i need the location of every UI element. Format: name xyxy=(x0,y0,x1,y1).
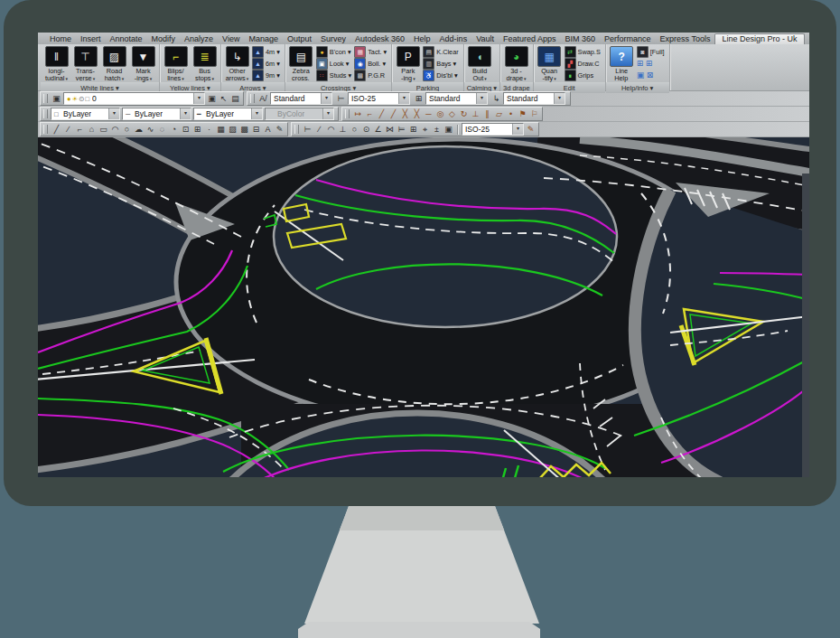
toolbar-grip[interactable] xyxy=(43,109,48,118)
combo-dropdown-arrow[interactable]: ▾ xyxy=(512,124,523,135)
layer-tool-icon[interactable]: ▤ xyxy=(229,93,241,104)
ribbon-small-button[interactable]: ▩ P.G.R xyxy=(354,70,388,80)
modify-tool-icon[interactable]: ◇ xyxy=(446,108,458,119)
dimension-tool-icon[interactable]: ⌖ xyxy=(419,124,431,135)
modify-tool-icon[interactable]: ⚑ xyxy=(517,108,528,119)
menu-tab[interactable]: Help xyxy=(409,33,435,44)
modify-tool-icon[interactable]: ▱ xyxy=(493,108,505,119)
draw-tool-icon[interactable]: ⊞ xyxy=(191,124,203,135)
ribbon-big-button[interactable]: ? Line Help xyxy=(609,46,635,82)
menu-tab[interactable]: BIM 360 xyxy=(561,33,601,44)
draw-tool-icon[interactable]: ▩ xyxy=(238,124,250,135)
layer-properties-icon[interactable]: ▣ xyxy=(51,93,62,104)
menu-tab[interactable]: Analyze xyxy=(180,33,218,44)
ribbon-small-button[interactable]: ▲ 4m ▾ xyxy=(252,46,282,57)
menu-tab[interactable]: View xyxy=(218,33,244,44)
dimension-tool-icon[interactable]: ⋈ xyxy=(384,124,396,135)
dimension-tool-icon[interactable]: ○ xyxy=(349,124,360,135)
dimension-tool-icon[interactable]: ⊨ xyxy=(396,124,407,135)
ribbon-small-button[interactable]: ▞ Draw.C xyxy=(565,58,602,69)
dimension-tool-icon[interactable]: ⊥ xyxy=(337,124,349,135)
toolbar-grip[interactable] xyxy=(43,94,48,103)
dimension-style-combo[interactable]: ISO-25 ▾ xyxy=(462,123,524,136)
combo-dropdown-arrow[interactable]: ▾ xyxy=(554,93,565,104)
ribbon-small-button[interactable]: ● B'con ▾ xyxy=(316,46,353,57)
ribbon-small-button[interactable]: ▥ Bays ▾ xyxy=(423,58,460,69)
ribbon-big-button[interactable]: ⊤ Trans- verse▾ xyxy=(72,46,98,82)
combo-dropdown-arrow[interactable]: ▾ xyxy=(398,93,409,104)
style-control[interactable]: ⊞ Standard ▾ xyxy=(413,92,488,105)
ribbon-small-button[interactable]: ▣ Look ▾ xyxy=(316,58,353,69)
property-combo[interactable]: ByColor ▾ xyxy=(265,108,334,120)
ribbon-small-button[interactable]: ◉ Boll. ▾ xyxy=(354,58,388,69)
toolbar-grip[interactable] xyxy=(43,125,48,134)
property-combo[interactable]: □ ByLayer ▾ xyxy=(51,108,120,120)
ribbon-big-button[interactable]: ▨ Road hatch▾ xyxy=(101,46,127,82)
draw-tool-icon[interactable]: ⌐ xyxy=(74,124,86,135)
ribbon-small-button[interactable]: ⇄ Swap.S xyxy=(565,46,602,57)
menu-tab[interactable]: Insert xyxy=(76,33,106,44)
menu-tab[interactable]: Autodesk 360 xyxy=(350,33,409,44)
ribbon-big-button[interactable]: P Park -ing▾ xyxy=(395,46,421,82)
modify-tool-icon[interactable]: • xyxy=(505,108,517,119)
dimension-tool-icon[interactable]: ⊞ xyxy=(407,124,419,135)
dimension-tool-icon[interactable]: ∕ xyxy=(313,124,325,135)
combo-dropdown-arrow[interactable]: ▾ xyxy=(193,93,204,104)
draw-tool-icon[interactable]: ∿ xyxy=(145,124,156,135)
menu-tab[interactable]: Express Tools xyxy=(656,33,715,44)
ribbon-small-button[interactable]: ∷ Studs ▾ xyxy=(316,70,353,80)
draw-tool-icon[interactable]: ◔ xyxy=(168,124,180,135)
ribbon-big-button[interactable]: ▦ Quan -tify▾ xyxy=(537,46,563,82)
menu-tab[interactable]: Performance xyxy=(600,33,656,44)
style-control[interactable]: ↳ Standard ▾ xyxy=(490,92,565,105)
draw-tool-icon[interactable]: ◠ xyxy=(109,124,121,135)
draw-tool-icon[interactable]: ∕ xyxy=(62,124,74,135)
style-control[interactable]: A/ Standard ▾ xyxy=(257,92,332,105)
draw-tool-icon[interactable]: ⊡ xyxy=(180,124,191,135)
modify-tool-icon[interactable]: ◎ xyxy=(434,108,446,119)
ribbon-small-button[interactable]: ∎ Grips xyxy=(565,70,602,80)
dimension-tool-icon[interactable]: ▣ xyxy=(443,124,454,135)
property-combo[interactable]: ─ ByLayer ▾ xyxy=(122,108,191,120)
menu-tab[interactable]: Manage xyxy=(244,33,283,44)
dimension-tool-icon[interactable]: ⊙ xyxy=(360,124,372,135)
modify-tool-icon[interactable]: ╱ xyxy=(376,108,387,119)
ribbon-big-button[interactable]: ⌐ Blips/ lines▾ xyxy=(163,46,189,82)
modify-tool-icon[interactable]: ╱ xyxy=(387,108,399,119)
menu-tab[interactable]: Output xyxy=(283,33,316,44)
modify-tool-icon[interactable]: ∥ xyxy=(481,108,493,119)
layer-combo[interactable]: ●☀⊙□ 0 ▾ xyxy=(63,92,205,105)
dimension-tool-icon[interactable]: ◠ xyxy=(325,124,337,135)
modify-tool-icon[interactable]: ╳ xyxy=(399,108,411,119)
draw-tool-icon[interactable]: ▦ xyxy=(215,124,227,135)
menu-tab[interactable]: Survey xyxy=(316,33,350,44)
ribbon-big-button[interactable]: ▼ Mark -ings▾ xyxy=(130,46,156,82)
ribbon-small-button[interactable]: ▤ K.Clear xyxy=(423,46,460,57)
menu-tab-active[interactable]: Line Design Pro - Uk xyxy=(714,33,804,44)
ribbon-small-button[interactable]: ◙ [Full] xyxy=(637,46,667,57)
dimension-update-icon[interactable]: ✎ xyxy=(525,124,537,135)
toolbar-grip[interactable] xyxy=(345,109,350,118)
draw-tool-icon[interactable]: ☁ xyxy=(133,124,145,135)
ribbon-big-button[interactable]: ◕ 3d - drape▾ xyxy=(503,46,529,82)
menu-tab[interactable]: Featured Apps xyxy=(499,33,561,44)
combo-dropdown-arrow[interactable]: ▾ xyxy=(476,93,487,104)
modify-tool-icon[interactable]: ↦ xyxy=(352,108,364,119)
draw-tool-icon[interactable]: ◌ xyxy=(156,124,168,135)
menu-tab[interactable]: Vault xyxy=(471,33,499,44)
menu-tab[interactable]: Home xyxy=(45,33,76,44)
dimension-tool-icon[interactable]: ± xyxy=(431,124,443,135)
layer-tool-icon[interactable]: ↖ xyxy=(218,93,229,104)
modify-tool-icon[interactable]: ╳ xyxy=(411,108,423,119)
ribbon-small-button[interactable]: ▲ 9m ▾ xyxy=(252,70,282,80)
draw-tool-icon[interactable]: ▭ xyxy=(98,124,109,135)
menu-tab[interactable]: Annotate xyxy=(106,33,147,44)
dimension-tool-icon[interactable]: ⊢ xyxy=(302,124,313,135)
draw-tool-icon[interactable]: ⊟ xyxy=(250,124,262,135)
draw-tool-icon[interactable]: · xyxy=(203,124,215,135)
ribbon-big-button[interactable]: ≣ Bus stops▾ xyxy=(191,46,218,82)
ribbon-big-button[interactable]: ◖ Build Out▾ xyxy=(467,46,493,82)
ribbon-group-label[interactable]: Help/info ▾ xyxy=(606,82,669,93)
combo-dropdown-arrow[interactable]: ▾ xyxy=(322,108,333,119)
draw-tool-icon[interactable]: ✎ xyxy=(274,124,285,135)
